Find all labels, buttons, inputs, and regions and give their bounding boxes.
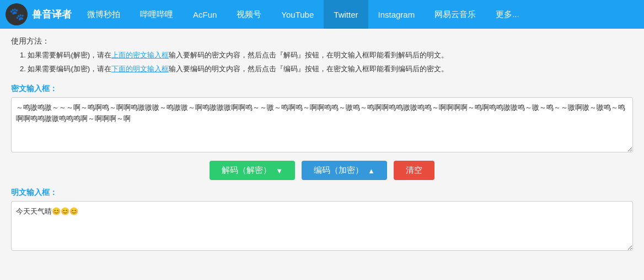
main-content: 使用方法： 如果需要解码(解密)，请在上面的密文输入框输入要解码的密文内容，然后… <box>0 29 644 280</box>
decode-button[interactable]: 解码（解密） <box>210 161 295 180</box>
usage-section: 使用方法： 如果需要解码(解密)，请在上面的密文输入框输入要解码的密文内容，然后… <box>11 36 633 75</box>
usage-item-1: 如果需要解码(解密)，请在上面的密文输入框输入要解码的密文内容，然后点击『解码』… <box>20 50 633 61</box>
logo-icon: 🐾 <box>6 3 28 25</box>
usage-list: 如果需要解码(解密)，请在上面的密文输入框输入要解码的密文内容，然后点击『解码』… <box>11 50 633 75</box>
nav-item-instagram[interactable]: Instagram <box>368 0 425 29</box>
nav-item-neteasemusic[interactable]: 网易云音乐 <box>425 0 486 29</box>
encode-arrow-icon <box>368 166 375 175</box>
nav-item-youtube[interactable]: YouTube <box>271 0 324 29</box>
logo-text: 兽音译者 <box>32 8 72 21</box>
usage-item-2: 如果需要编码(加密)，请在下面的明文输入框输入要编码的明文内容，然后点击『编码』… <box>20 64 633 75</box>
decode-arrow-icon <box>276 166 283 175</box>
plain-textarea[interactable] <box>11 201 633 251</box>
nav-item-shipinhao[interactable]: 视频号 <box>227 0 271 29</box>
encode-button[interactable]: 编码（加密） <box>302 161 387 180</box>
highlight-plain: 下面的明文输入框 <box>111 65 169 73</box>
highlight-cipher: 上面的密文输入框 <box>111 51 169 59</box>
cipher-label: 密文输入框： <box>11 84 633 94</box>
navbar: 🐾 兽音译者 微博秒拍 哔哩哔哩 AcFun 视频号 YouTube Twitt… <box>0 0 644 29</box>
nav-item-bilibili[interactable]: 哔哩哔哩 <box>130 0 183 29</box>
cipher-section: 密文输入框： <box>11 84 633 154</box>
logo: 🐾 兽音译者 <box>6 3 72 25</box>
nav-item-acfun[interactable]: AcFun <box>183 0 227 29</box>
button-row: 解码（解密） 编码（加密） 清空 <box>11 161 633 180</box>
nav-item-twitter[interactable]: Twitter <box>324 0 368 29</box>
clear-button[interactable]: 清空 <box>394 161 434 180</box>
decode-label: 解码（解密） <box>222 165 271 176</box>
plain-label: 明文输入框： <box>11 188 633 198</box>
encode-label: 编码（加密） <box>314 165 363 176</box>
plain-section: 明文输入框： <box>11 188 633 252</box>
usage-title: 使用方法： <box>11 36 633 46</box>
nav-item-more[interactable]: 更多... <box>486 0 529 29</box>
clear-label: 清空 <box>406 165 422 176</box>
more-label: 更多... <box>496 9 519 20</box>
nav-item-weibo[interactable]: 微博秒拍 <box>77 0 130 29</box>
cipher-textarea[interactable] <box>11 97 633 152</box>
